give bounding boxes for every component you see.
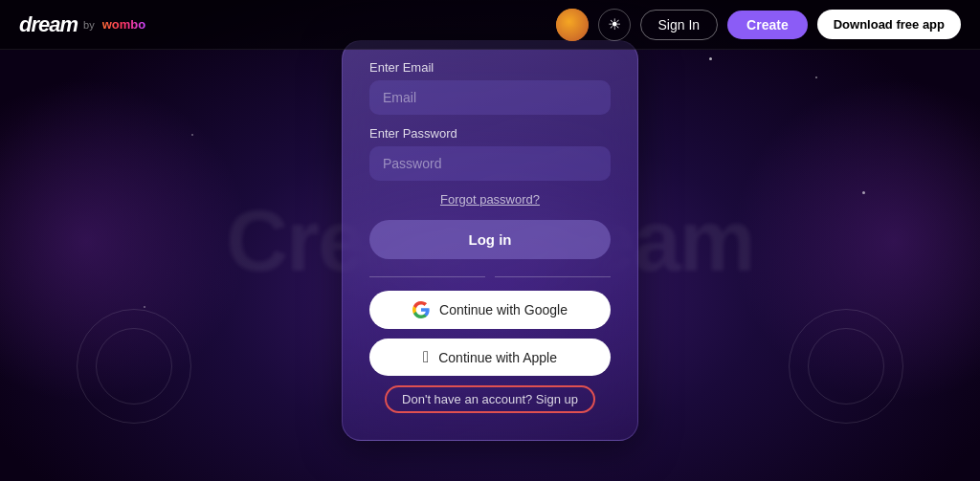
divider-line-right — [495, 276, 611, 277]
create-button[interactable]: Create — [727, 11, 808, 39]
google-icon — [412, 301, 430, 318]
apple-signin-button[interactable]:  Continue with Apple — [369, 339, 611, 376]
download-button[interactable]: Download free app — [817, 10, 961, 39]
google-button-label: Continue with Google — [439, 302, 568, 317]
logo-wombo: wombo — [102, 17, 146, 32]
theme-toggle-button[interactable]: ☀ — [598, 9, 631, 41]
email-label: Enter Email — [369, 60, 611, 75]
password-label: Enter Password — [369, 126, 611, 141]
user-avatar[interactable] — [556, 9, 589, 41]
signup-link-button[interactable]: Don't have an account? Sign up — [385, 385, 595, 413]
forgot-password-button[interactable]: Forgot password? — [369, 192, 611, 207]
avatar-image — [556, 9, 589, 41]
divider — [369, 276, 611, 277]
email-input[interactable] — [369, 80, 611, 115]
logo-by: by — [83, 19, 95, 31]
sun-icon: ☀ — [608, 15, 621, 33]
login-card: Enter Email Enter Password Forgot passwo… — [342, 40, 638, 441]
nav-right: ☀ Sign In Create Download free app — [556, 9, 961, 41]
main-content: Enter Email Enter Password Forgot passwo… — [0, 50, 980, 481]
password-input[interactable] — [369, 146, 611, 181]
google-signin-button[interactable]: Continue with Google — [369, 291, 611, 329]
navbar: dream by wombo ☀ Sign In Create Download… — [0, 0, 980, 50]
signin-button[interactable]: Sign In — [640, 10, 719, 40]
apple-button-label: Continue with Apple — [438, 350, 557, 365]
logo-dream: dream — [19, 12, 78, 37]
apple-icon:  — [423, 349, 429, 365]
login-button[interactable]: Log in — [369, 220, 611, 259]
logo-area: dream by wombo — [19, 12, 145, 37]
divider-line-left — [369, 276, 485, 277]
